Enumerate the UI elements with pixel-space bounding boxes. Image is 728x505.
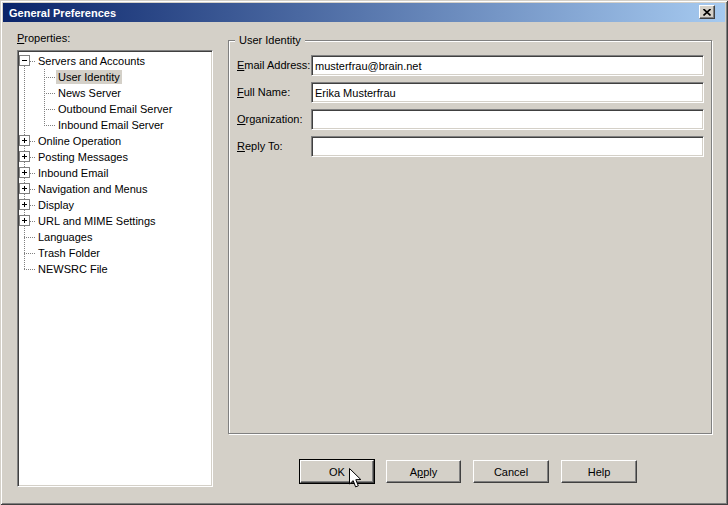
tree-connector-dots [30, 157, 35, 158]
help-button[interactable]: Help [561, 460, 637, 483]
tree-item-label: NEWSRC File [36, 262, 110, 276]
properties-tree[interactable]: Servers and AccountsUser IdentityNews Se… [17, 50, 213, 487]
tree-item-label: News Server [56, 86, 123, 100]
email-address-field[interactable] [311, 55, 704, 76]
tree-item-label: Posting Messages [36, 150, 130, 164]
tree-item-inbound-email[interactable]: Inbound Email [18, 165, 212, 181]
tree-item-news-server[interactable]: News Server [18, 85, 212, 101]
reply-to-label: Reply To: [237, 136, 283, 157]
expand-plus-icon[interactable] [19, 199, 30, 210]
tree-item-url-and-mime-settings[interactable]: URL and MIME Settings [18, 213, 212, 229]
tree-item-online-operation[interactable]: Online Operation [18, 133, 212, 149]
tree-connector-dots [24, 269, 35, 270]
tree-connector-dots [44, 77, 55, 78]
tree-item-inbound-email-server[interactable]: Inbound Email Server [18, 117, 212, 133]
groupbox-title: User Identity [235, 33, 305, 47]
general-preferences-dialog: General Preferences Properties: Servers … [0, 0, 728, 505]
tree-connector-dots [30, 189, 35, 190]
tree-item-label: Servers and Accounts [36, 54, 147, 68]
tree-item-posting-messages[interactable]: Posting Messages [18, 149, 212, 165]
apply-button[interactable]: Apply [386, 460, 461, 483]
tree-connector-dots [24, 237, 35, 238]
tree-item-navigation-and-menus[interactable]: Navigation and Menus [18, 181, 212, 197]
tree-connector-dots [24, 253, 35, 254]
organization-field[interactable] [311, 109, 704, 130]
default-button-ring: OK [299, 459, 375, 484]
tree-item-trash-folder[interactable]: Trash Folder [18, 245, 212, 261]
titlebar[interactable]: General Preferences [3, 3, 725, 22]
close-button[interactable] [699, 5, 715, 19]
expand-plus-icon[interactable] [19, 151, 30, 162]
tree-item-label: Inbound Email [36, 166, 110, 180]
full-name-label: Full Name: [237, 82, 290, 103]
tree-connector-dots [44, 109, 55, 110]
close-icon [703, 9, 711, 16]
collapse-minus-icon[interactable] [19, 55, 30, 66]
tree-item-label: Trash Folder [36, 246, 102, 260]
tree-item-servers-and-accounts[interactable]: Servers and Accounts [18, 53, 212, 69]
tree-item-label: Outbound Email Server [56, 102, 174, 116]
expand-plus-icon[interactable] [19, 135, 30, 146]
tree-connector-dots [44, 125, 55, 126]
tree-item-display[interactable]: Display [18, 197, 212, 213]
tree-item-label: User Identity [56, 70, 122, 84]
tree-item-label: Languages [36, 230, 94, 244]
window-title: General Preferences [3, 7, 116, 19]
organization-label: Organization: [237, 109, 302, 130]
tree-item-outbound-email-server[interactable]: Outbound Email Server [18, 101, 212, 117]
cancel-button[interactable]: Cancel [473, 460, 549, 483]
tree-connector-dots [30, 205, 35, 206]
properties-label: Properties: [17, 32, 70, 44]
tree-item-label: Display [36, 198, 76, 212]
tree-item-user-identity[interactable]: User Identity [18, 69, 212, 85]
tree-item-label: Online Operation [36, 134, 123, 148]
tree-item-label: Navigation and Menus [36, 182, 149, 196]
tree-item-label: Inbound Email Server [56, 118, 166, 132]
user-identity-groupbox: User Identity Email Address:Full Name:Or… [228, 40, 712, 434]
tree-connector-dots [30, 61, 35, 62]
email-address-label: Email Address: [237, 55, 310, 76]
tree-connector-dots [30, 173, 35, 174]
tree-item-newsrc-file[interactable]: NEWSRC File [18, 261, 212, 277]
reply-to-field[interactable] [311, 136, 704, 157]
expand-plus-icon[interactable] [19, 215, 30, 226]
expand-plus-icon[interactable] [19, 183, 30, 194]
ok-button[interactable]: OK [300, 460, 374, 483]
expand-plus-icon[interactable] [19, 167, 30, 178]
tree-connector-dots [30, 141, 35, 142]
tree-item-languages[interactable]: Languages [18, 229, 212, 245]
tree-item-label: URL and MIME Settings [36, 214, 158, 228]
tree-connector-dots [30, 221, 35, 222]
tree-connector-dots [44, 93, 55, 94]
full-name-field[interactable] [311, 82, 704, 103]
